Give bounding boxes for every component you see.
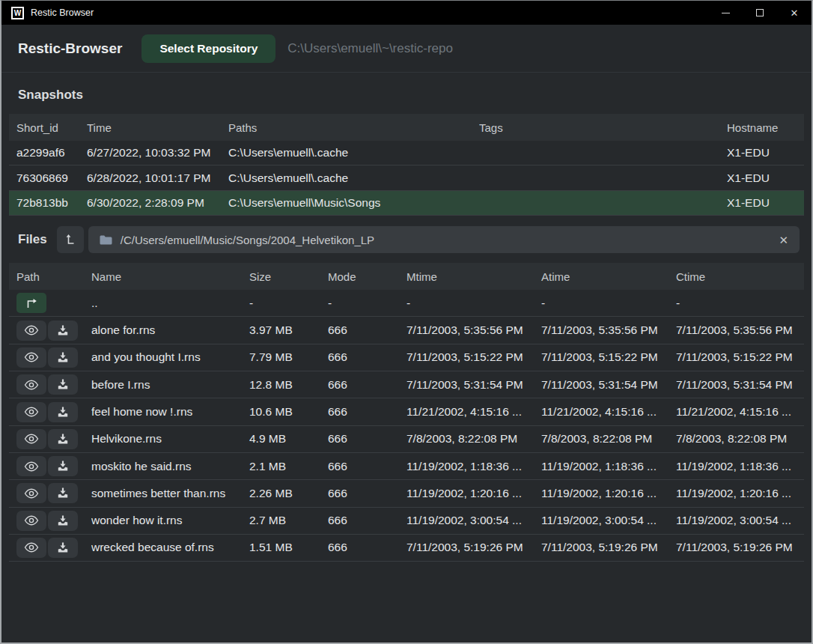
snapshot-hostname: X1-EDU bbox=[727, 146, 804, 160]
download-button[interactable] bbox=[48, 456, 78, 476]
file-atime: 7/8/2003, 8:22:08 PM bbox=[541, 432, 676, 446]
files-path-bar[interactable]: /C/Users/emuell/Music/Songs/2004_Helveti… bbox=[88, 226, 800, 253]
column-header-short-id: Short_id bbox=[9, 121, 87, 134]
row-actions bbox=[9, 321, 91, 341]
view-button[interactable] bbox=[16, 429, 46, 449]
snapshot-row[interactable]: 763068696/28/2022, 10:01:17 PMC:\Users\e… bbox=[9, 165, 804, 190]
view-button[interactable] bbox=[16, 538, 46, 558]
column-header-mode: Mode bbox=[328, 270, 406, 283]
download-icon bbox=[57, 434, 69, 445]
restic-browser-window: { "window": { "title": "Restic Browser" … bbox=[0, 0, 813, 644]
file-size: 12.8 MB bbox=[249, 378, 328, 392]
download-button[interactable] bbox=[48, 429, 78, 449]
snapshot-row[interactable]: a2299af66/27/2022, 10:03:32 PMC:\Users\e… bbox=[9, 141, 804, 165]
file-size: 2.7 MB bbox=[249, 514, 328, 527]
clear-path-button[interactable]: ✕ bbox=[779, 234, 788, 246]
file-row: wrecked because of.rns1.51 MB6667/11/200… bbox=[9, 535, 804, 562]
file-name: feel home now !.rns bbox=[91, 405, 249, 419]
file-mtime: - bbox=[406, 297, 541, 310]
up-right-arrow-icon bbox=[25, 298, 38, 309]
snapshot-hostname: X1-EDU bbox=[727, 196, 804, 210]
folder-icon bbox=[100, 235, 112, 245]
app-title: Restic-Browser bbox=[18, 40, 122, 57]
file-atime: 7/11/2003, 5:31:54 PM bbox=[541, 378, 676, 392]
file-mode: 666 bbox=[328, 350, 406, 364]
download-button[interactable] bbox=[48, 374, 78, 395]
column-header-tags: Tags bbox=[479, 121, 727, 134]
view-button[interactable] bbox=[16, 347, 46, 368]
file-mtime: 7/11/2003, 5:31:54 PM bbox=[406, 378, 541, 392]
row-actions bbox=[9, 511, 91, 531]
file-row: feel home now !.rns10.6 MB66611/21/2002,… bbox=[9, 398, 804, 425]
download-button[interactable] bbox=[48, 402, 78, 422]
view-button[interactable] bbox=[16, 402, 46, 422]
file-mtime: 7/11/2003, 5:35:56 PM bbox=[406, 323, 541, 337]
file-mode: 666 bbox=[328, 460, 406, 473]
view-button[interactable] bbox=[16, 511, 46, 531]
file-size: 10.6 MB bbox=[249, 405, 328, 419]
column-header-path: Path bbox=[9, 270, 91, 283]
file-size: 2.1 MB bbox=[249, 460, 328, 473]
column-header-ctime: Ctime bbox=[676, 270, 804, 283]
file-size: - bbox=[249, 297, 328, 310]
file-row: before I.rns12.8 MB6667/11/2003, 5:31:54… bbox=[9, 371, 804, 398]
file-size: 3.97 MB bbox=[249, 323, 328, 337]
row-actions bbox=[9, 538, 91, 558]
eye-icon bbox=[24, 380, 39, 390]
file-row: sometimes better than.rns2.26 MB66611/19… bbox=[9, 480, 804, 507]
snapshot-short-id: a2299af6 bbox=[9, 146, 87, 160]
snapshots-table-body: a2299af66/27/2022, 10:03:32 PMC:\Users\e… bbox=[9, 141, 804, 216]
download-button[interactable] bbox=[48, 321, 78, 341]
download-button[interactable] bbox=[48, 347, 78, 368]
file-mtime: 7/11/2003, 5:15:22 PM bbox=[406, 350, 541, 364]
file-name: moskito he said.rns bbox=[91, 460, 249, 473]
select-repository-button[interactable]: Select Repository bbox=[141, 34, 275, 63]
view-button[interactable] bbox=[16, 483, 46, 503]
file-atime: 7/11/2003, 5:35:56 PM bbox=[541, 323, 676, 337]
view-button[interactable] bbox=[16, 374, 46, 395]
maximize-button[interactable] bbox=[743, 1, 777, 25]
download-icon bbox=[57, 461, 69, 472]
download-icon bbox=[57, 352, 69, 363]
view-button[interactable] bbox=[16, 456, 46, 476]
download-button[interactable] bbox=[48, 511, 78, 531]
files-table: Path Name Size Mode Mtime Atime Ctime ..… bbox=[9, 263, 804, 562]
file-ctime: 7/11/2003, 5:15:22 PM bbox=[676, 350, 804, 364]
file-row: Helvikone.rns4.9 MB6667/8/2003, 8:22:08 … bbox=[9, 426, 804, 453]
download-button[interactable] bbox=[48, 538, 78, 558]
snapshot-short-id: 72b813bb bbox=[9, 196, 87, 210]
file-mtime: 11/19/2002, 1:20:16 ... bbox=[406, 487, 541, 500]
eye-icon bbox=[24, 352, 39, 362]
file-size: 7.79 MB bbox=[249, 350, 328, 364]
row-actions bbox=[9, 374, 91, 395]
column-header-atime: Atime bbox=[541, 270, 676, 283]
parent-dir-button[interactable] bbox=[16, 293, 46, 313]
download-button[interactable] bbox=[48, 483, 78, 503]
files-table-body: ..-----alone for.rns3.97 MB6667/11/2003,… bbox=[9, 290, 804, 562]
minimize-button[interactable] bbox=[708, 1, 743, 25]
minimize-icon bbox=[722, 13, 730, 13]
titlebar: W Restic Browser ✕ bbox=[1, 1, 812, 25]
files-current-path: /C/Users/emuell/Music/Songs/2004_Helveti… bbox=[121, 234, 374, 246]
file-row: wonder how it.rns2.7 MB66611/19/2002, 3:… bbox=[9, 508, 804, 535]
repository-path: C:\Users\emuell\~\restic-repo bbox=[287, 41, 453, 56]
view-button[interactable] bbox=[16, 321, 46, 341]
download-icon bbox=[57, 407, 69, 418]
snapshots-table-header: Short_id Time Paths Tags Hostname bbox=[9, 114, 804, 141]
file-atime: 11/19/2002, 1:20:16 ... bbox=[541, 487, 676, 500]
file-mode: 666 bbox=[328, 514, 406, 527]
snapshot-row[interactable]: 72b813bb6/30/2022, 2:28:09 PMC:\Users\em… bbox=[9, 191, 804, 216]
file-name: .. bbox=[91, 297, 249, 310]
file-mode: 666 bbox=[328, 487, 406, 500]
window-title: Restic Browser bbox=[31, 7, 94, 18]
app-header: Restic-Browser Select Repository C:\User… bbox=[1, 25, 812, 73]
row-actions bbox=[9, 402, 91, 422]
file-mtime: 11/19/2002, 3:00:54 ... bbox=[406, 514, 541, 527]
go-to-root-button[interactable] bbox=[57, 226, 84, 253]
file-ctime: 7/11/2003, 5:35:56 PM bbox=[676, 323, 804, 337]
file-name: wonder how it.rns bbox=[91, 514, 249, 527]
file-size: 1.51 MB bbox=[249, 541, 328, 554]
download-icon bbox=[57, 542, 69, 553]
file-mode: 666 bbox=[328, 541, 406, 554]
close-button[interactable]: ✕ bbox=[777, 1, 812, 25]
